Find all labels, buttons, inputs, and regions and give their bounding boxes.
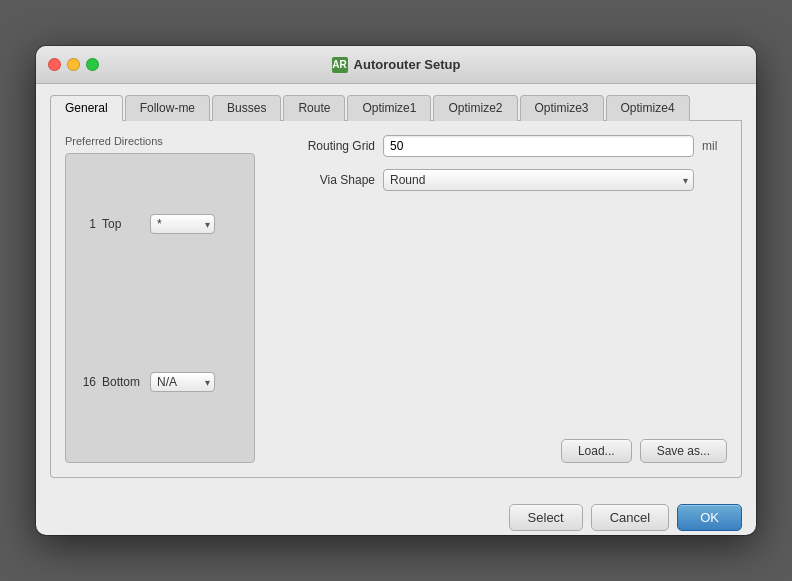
titlebar: AR Autorouter Setup	[36, 46, 756, 84]
top-layer-select-wrapper: * H V N/A	[150, 214, 215, 234]
directions-box: 1 Top * H V N/A	[65, 153, 255, 463]
tab-content-general: Preferred Directions 1 Top * H V	[50, 121, 742, 478]
window-title: Autorouter Setup	[354, 57, 461, 72]
via-shape-select[interactable]: Round Square Octagon	[383, 169, 694, 191]
select-button[interactable]: Select	[509, 504, 583, 531]
tab-optimize3[interactable]: Optimize3	[520, 95, 604, 121]
routing-grid-input[interactable]	[383, 135, 694, 157]
top-layer-number: 1	[76, 217, 96, 231]
via-shape-row: Via Shape Round Square Octagon mil	[285, 169, 727, 191]
window-content: General Follow-me Busses Route Optimize1…	[36, 84, 756, 492]
tab-bar: General Follow-me Busses Route Optimize1…	[50, 94, 742, 121]
tab-optimize4[interactable]: Optimize4	[606, 95, 690, 121]
top-layer-name: Top	[102, 217, 144, 231]
preferred-directions-label: Preferred Directions	[65, 135, 265, 147]
tab-optimize1[interactable]: Optimize1	[347, 95, 431, 121]
routing-grid-unit: mil	[702, 139, 727, 153]
traffic-lights	[48, 58, 99, 71]
preferred-directions-panel: Preferred Directions 1 Top * H V	[65, 135, 265, 463]
bottom-layer-select[interactable]: N/A * H V	[150, 372, 215, 392]
tab-route[interactable]: Route	[283, 95, 345, 121]
ok-button[interactable]: OK	[677, 504, 742, 531]
layer-row-bottom: 16 Bottom N/A * H V	[76, 372, 215, 392]
routing-grid-label: Routing Grid	[285, 139, 375, 153]
tab-optimize2[interactable]: Optimize2	[433, 95, 517, 121]
bottom-layer-name: Bottom	[102, 375, 144, 389]
load-save-buttons: Load... Save as...	[285, 239, 727, 463]
bottom-actions: Select Cancel OK	[36, 492, 756, 535]
right-panel: Routing Grid mil Via Shape Round Square …	[285, 135, 727, 463]
maximize-button[interactable]	[86, 58, 99, 71]
window-title-group: AR Autorouter Setup	[332, 57, 461, 73]
layer-row-top: 1 Top * H V N/A	[76, 214, 215, 234]
minimize-button[interactable]	[67, 58, 80, 71]
load-button[interactable]: Load...	[561, 439, 632, 463]
bottom-layer-number: 16	[76, 375, 96, 389]
tab-follow-me[interactable]: Follow-me	[125, 95, 210, 121]
app-icon: AR	[332, 57, 348, 73]
via-shape-label: Via Shape	[285, 173, 375, 187]
bottom-layer-select-wrapper: N/A * H V	[150, 372, 215, 392]
tab-busses[interactable]: Busses	[212, 95, 281, 121]
save-as-button[interactable]: Save as...	[640, 439, 727, 463]
top-layer-select[interactable]: * H V N/A	[150, 214, 215, 234]
autorouter-setup-window: AR Autorouter Setup General Follow-me Bu…	[36, 46, 756, 535]
routing-grid-row: Routing Grid mil	[285, 135, 727, 157]
close-button[interactable]	[48, 58, 61, 71]
tab-general[interactable]: General	[50, 95, 123, 121]
via-shape-select-wrapper: Round Square Octagon	[383, 169, 694, 191]
tab-content-inner: Preferred Directions 1 Top * H V	[65, 135, 727, 463]
app-icon-text: AR	[332, 59, 346, 70]
cancel-button[interactable]: Cancel	[591, 504, 669, 531]
